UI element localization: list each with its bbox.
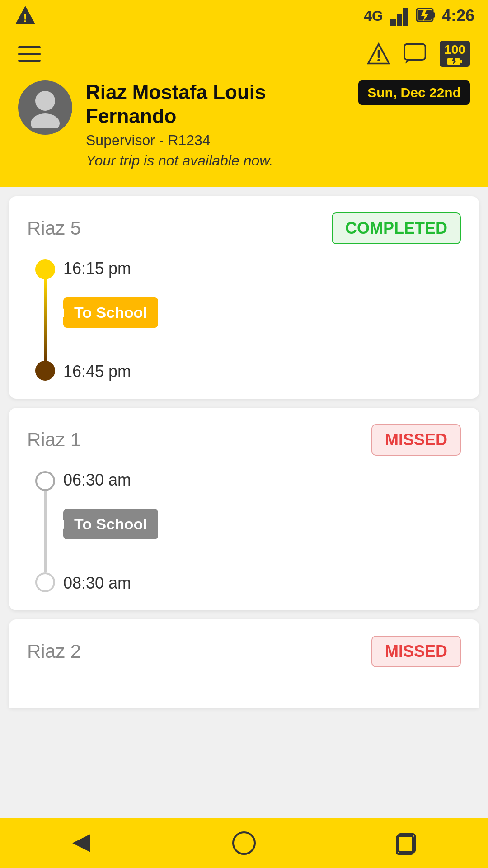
svg-marker-13 — [405, 60, 412, 63]
svg-text:!: ! — [23, 11, 27, 25]
warning-button[interactable] — [367, 42, 390, 65]
dot-bottom-riaz1 — [27, 572, 63, 594]
chat-button[interactable] — [404, 42, 426, 65]
svg-rect-15 — [460, 60, 462, 63]
time-end-riaz5: 16:45 pm — [63, 362, 131, 381]
svg-point-18 — [31, 113, 60, 128]
trips-container: Riaz 5 COMPLETED 16:15 pm To School — [0, 187, 488, 717]
recents-icon — [393, 830, 420, 857]
status-badge-missed-riaz1: MISSED — [371, 424, 461, 456]
avatar — [18, 80, 72, 135]
trip-name-riaz5: Riaz 5 — [27, 217, 81, 239]
status-badge-completed: COMPLETED — [332, 212, 461, 244]
battery-value: 100 — [444, 42, 465, 57]
line-riaz5 — [27, 279, 63, 361]
dot-top-riaz1 — [27, 469, 63, 491]
svg-rect-12 — [404, 44, 426, 60]
status-badge-missed-riaz2: MISSED — [371, 636, 461, 667]
time-top-riaz5: 16:15 pm — [63, 258, 461, 279]
dot-top-riaz5 — [27, 258, 63, 279]
trip-timeline-riaz5: 16:15 pm To School 16:45 pm — [27, 258, 461, 382]
chat-icon — [404, 41, 426, 66]
header-icons: 100 — [367, 41, 470, 67]
home-button[interactable] — [226, 825, 262, 861]
date-badge: Sun, Dec 22nd — [358, 80, 470, 105]
tag-cell-riaz1: To School — [63, 491, 461, 572]
user-profile: Riaz Mostafa Louis Fernando Supervisor -… — [18, 80, 470, 169]
status-bar: ! 4G 4:26 — [0, 0, 488, 32]
time-bottom-riaz1: 08:30 am — [63, 572, 461, 594]
header: 100 Riaz Mostafa Louis Fernando Supervis… — [0, 32, 488, 187]
user-info: Riaz Mostafa Louis Fernando Supervisor -… — [86, 80, 345, 169]
user-role: Supervisor - R1234 — [86, 132, 345, 149]
trip-card-riaz1: Riaz 1 MISSED 06:30 am To School — [9, 408, 479, 610]
svg-marker-3 — [397, 14, 402, 26]
svg-point-20 — [233, 832, 255, 854]
home-icon — [230, 830, 258, 857]
direction-tag-riaz5: To School — [63, 297, 158, 328]
bottom-nav — [0, 818, 488, 868]
trip-unavailable-text: Your trip is not available now. — [86, 152, 345, 169]
time-start-riaz1: 06:30 am — [63, 471, 131, 490]
time-end-riaz1: 08:30 am — [63, 574, 131, 593]
trip-header-riaz2: Riaz 2 MISSED — [27, 636, 461, 667]
svg-rect-6 — [433, 12, 435, 18]
svg-point-17 — [35, 91, 55, 111]
battery-charging-icon — [416, 6, 436, 26]
warning-icon — [367, 41, 390, 66]
trip-card-riaz2: Riaz 2 MISSED — [9, 619, 479, 708]
menu-button[interactable] — [18, 46, 41, 62]
back-icon — [68, 830, 95, 857]
avatar-icon — [27, 87, 63, 128]
status-bar-warning-icon: ! — [14, 3, 37, 28]
time-display: 4:26 — [442, 6, 474, 25]
tag-cell-riaz5: To School — [63, 279, 461, 361]
header-top: 100 — [18, 41, 470, 67]
battery-icon-small — [447, 58, 463, 65]
dot-bottom-riaz5 — [27, 361, 63, 382]
time-start-riaz5: 16:15 pm — [63, 259, 131, 278]
battery-badge: 100 — [440, 41, 470, 67]
time-bottom-riaz5: 16:45 pm — [63, 361, 461, 382]
user-name: Riaz Mostafa Louis Fernando — [86, 80, 345, 128]
recents-button[interactable] — [389, 825, 425, 861]
direction-tag-riaz1: To School — [63, 509, 158, 539]
trip-header-riaz5: Riaz 5 COMPLETED — [27, 212, 461, 244]
back-button[interactable] — [63, 825, 99, 861]
network-indicator: 4G — [364, 8, 383, 24]
trip-name-riaz2: Riaz 2 — [27, 641, 81, 662]
status-bar-right: 4G 4:26 — [364, 6, 474, 26]
line-riaz1 — [27, 491, 63, 572]
svg-marker-2 — [390, 19, 396, 26]
trip-header-riaz1: Riaz 1 MISSED — [27, 424, 461, 456]
trip-card-riaz5: Riaz 5 COMPLETED 16:15 pm To School — [9, 196, 479, 399]
signal-icon — [389, 6, 409, 26]
trip-timeline-riaz1: 06:30 am To School 08:30 am — [27, 469, 461, 594]
svg-point-11 — [378, 59, 380, 61]
svg-marker-19 — [72, 834, 90, 852]
time-top-riaz1: 06:30 am — [63, 469, 461, 491]
trip-name-riaz1: Riaz 1 — [27, 429, 81, 451]
svg-marker-4 — [403, 8, 408, 26]
